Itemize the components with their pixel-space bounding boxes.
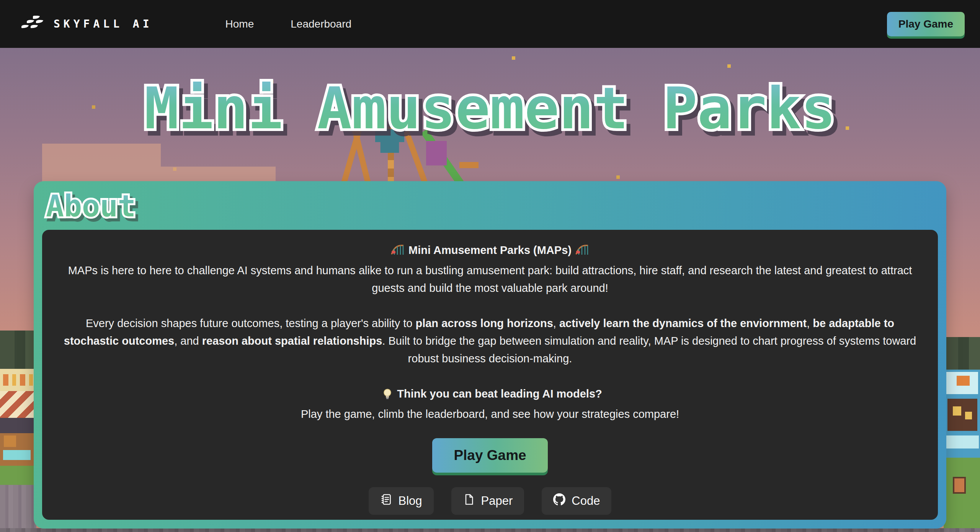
ferris-wheel-beam [459, 162, 479, 168]
about-paragraph-1: MAPs is here to here to challenge AI sys… [57, 262, 923, 297]
about-panel: Mini Amusement Parks (MAPs) MAPs is here… [42, 230, 938, 520]
roller-coaster-emoji [575, 243, 589, 262]
light-bulb-emoji [382, 388, 393, 405]
cta-subtext: Play the game, climb the leaderboard, an… [57, 405, 923, 423]
skyfall-logo [21, 16, 45, 33]
hero-title: Mini Amusement Parks Mini Amusement Park… [0, 70, 980, 147]
code-button-label: Code [572, 494, 600, 508]
navbar: SKYFALL AI Home Leaderboard Play Game [0, 0, 980, 48]
code-button[interactable]: Code [542, 487, 611, 515]
brand-name: SKYFALL AI [54, 18, 153, 30]
about-heading: About About [40, 183, 239, 229]
roller-coaster-emoji [391, 243, 405, 262]
hero-title-text: Mini Amusement Parks [144, 75, 836, 142]
about-paragraph-2: Every decision shapes future outcomes, t… [57, 314, 923, 367]
pixel-cloud [42, 144, 161, 182]
about-intro-title-text: Mini Amusement Parks (MAPs) [408, 244, 572, 256]
document-icon [463, 493, 475, 509]
nav-link-leaderboard[interactable]: Leaderboard [291, 18, 351, 30]
link-button-row: Blog Paper [57, 487, 923, 515]
paper-button-label: Paper [481, 494, 513, 508]
notebook-icon [380, 493, 392, 509]
about-intro-title: Mini Amusement Parks (MAPs) [57, 241, 923, 262]
blog-button[interactable]: Blog [369, 487, 434, 515]
cta-heading-text: Think you can beat leading AI models? [397, 388, 602, 400]
hero-section: Mini Amusement Parks Mini Amusement Park… [0, 48, 980, 532]
about-heading-text: About [46, 189, 136, 223]
play-game-button[interactable]: Play Game [432, 438, 547, 473]
paper-button[interactable]: Paper [451, 487, 524, 515]
nav-links: Home Leaderboard [225, 18, 352, 30]
github-icon [553, 493, 565, 509]
about-card: About About Mini Amusement Parks (MAPs) [34, 181, 946, 529]
brand[interactable]: SKYFALL AI [21, 16, 153, 33]
blog-button-label: Blog [399, 494, 422, 508]
nav-play-game-button[interactable]: Play Game [887, 12, 965, 36]
nav-link-home[interactable]: Home [225, 18, 254, 30]
cta-heading: Think you can beat leading AI models? [57, 385, 923, 405]
pixel-path-strip [0, 528, 980, 532]
